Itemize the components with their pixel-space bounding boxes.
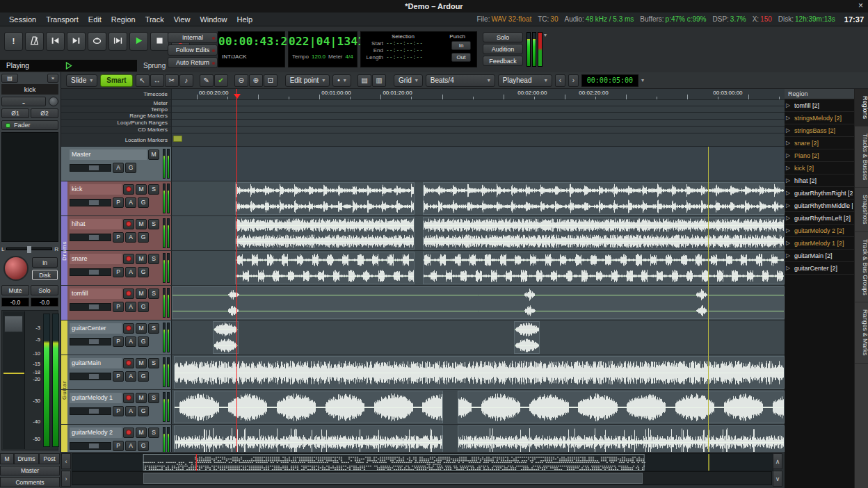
mute-button[interactable]: M [136, 323, 147, 334]
loop-button[interactable] [88, 32, 106, 51]
scroll-down-button[interactable]: ∨ [773, 471, 782, 487]
group-button[interactable]: G [138, 232, 149, 243]
track-name[interactable]: guitarMelody 1 [70, 393, 122, 403]
phase-1-button[interactable]: Ø1 [1, 108, 29, 118]
mute-button[interactable]: M [148, 149, 159, 160]
region-list-item[interactable]: ▷stringsBass [2] [785, 124, 854, 137]
solo-button[interactable]: S [148, 288, 159, 299]
chevron-down-icon[interactable]: ▾ [641, 77, 644, 83]
record-arm-button[interactable] [123, 323, 134, 334]
titlebar[interactable]: *Demo – Ardour × [0, 0, 868, 13]
record-arm-button[interactable] [123, 184, 134, 195]
automation-button[interactable]: A [113, 163, 124, 173]
audio-region[interactable] [235, 217, 415, 250]
edit-point-dropdown[interactable]: Edit point ▾ [285, 74, 330, 87]
mute-button[interactable]: Mute [1, 285, 29, 295]
object-tool-button[interactable]: ↖ [136, 74, 150, 87]
session-end-marker[interactable] [708, 147, 709, 452]
scrollbar-thumb[interactable] [143, 473, 643, 484]
track-header[interactable]: kickMSPAG [61, 181, 172, 215]
mute-button[interactable]: M [136, 393, 147, 403]
selection-row-value[interactable]: --:--:--:-- [386, 40, 423, 47]
expand-arrow-icon[interactable]: ▷ [786, 190, 792, 196]
strip-tab-m[interactable]: M [0, 453, 14, 464]
range-markers-lane[interactable] [172, 113, 785, 120]
meter-options-chevron-down-icon[interactable]: ▾ [544, 32, 547, 38]
feedback-button[interactable]: Feedback [483, 56, 523, 66]
tempo-lane[interactable] [172, 106, 785, 113]
region-list-item[interactable]: ▷kick [2] [785, 162, 854, 174]
draw-tool-button[interactable]: ✎ [200, 74, 214, 87]
record-arm-button[interactable] [123, 254, 134, 264]
scroll-up-button[interactable]: ∧ [773, 453, 782, 469]
record-arm-button[interactable] [123, 288, 134, 299]
audio-region[interactable] [458, 391, 785, 423]
playlist-button[interactable]: P [113, 406, 124, 416]
selection-row-value[interactable]: --:--:--:-- [386, 54, 423, 61]
playlist-button[interactable]: P [113, 441, 124, 451]
track-gain-fader[interactable] [70, 199, 111, 206]
fader-mode-dropdown[interactable]: Fader [1, 120, 58, 130]
automation-button[interactable]: A [125, 197, 136, 208]
scroll-left-button[interactable]: ‹ [61, 453, 71, 469]
track-lane[interactable] [172, 216, 785, 250]
solo-button[interactable]: S [148, 219, 159, 229]
track-gain-fader[interactable] [70, 442, 111, 450]
menu-view[interactable]: View [169, 15, 195, 24]
goto-end-button[interactable] [67, 32, 86, 51]
expand-arrow-icon[interactable]: ▷ [786, 202, 792, 209]
menu-window[interactable]: Window [195, 15, 232, 24]
track-gain-fader[interactable] [70, 407, 111, 415]
track-header[interactable]: tomfillMSPAG [61, 286, 172, 320]
window-close-button[interactable]: × [858, 1, 863, 10]
meter-lane[interactable] [172, 100, 785, 106]
strip-tab-drums[interactable]: Drums [14, 453, 39, 464]
region-list-item[interactable]: ▷guitarMelody 1 [2] [785, 237, 854, 250]
region-list-item[interactable]: ▷guitarMelody 2 [2] [785, 225, 854, 237]
track-lane[interactable] [172, 286, 785, 320]
track-gain-fader[interactable] [70, 164, 111, 172]
audio-region[interactable] [235, 182, 415, 215]
goto-start-button[interactable] [46, 32, 65, 51]
processor-box[interactable] [1, 132, 58, 242]
audio-region[interactable] [423, 217, 785, 250]
loop-punch-ranges-lane[interactable] [172, 120, 785, 127]
gain-fader[interactable] [3, 311, 25, 449]
strip-menu-button[interactable]: ▤ [1, 74, 18, 83]
solo-button[interactable]: S [148, 393, 159, 403]
expand-arrow-icon[interactable]: ▷ [786, 240, 792, 246]
session-start-marker[interactable] [173, 136, 182, 142]
track-lane[interactable] [172, 181, 785, 215]
secondary-clock[interactable]: 022|04|1341 Tempo 120.0 Meter 4/4 [288, 31, 357, 67]
region-list-item[interactable]: ▷guitarMain [2] [785, 250, 854, 262]
play-button[interactable] [129, 32, 148, 51]
group-button[interactable]: G [138, 197, 149, 208]
range-tool-button[interactable]: ↔ [150, 74, 164, 87]
sync-source-label[interactable]: INT/JACK [222, 54, 284, 60]
track-header[interactable]: guitarMainMSPAG [61, 355, 172, 389]
expand-arrow-icon[interactable]: ▷ [786, 227, 792, 234]
zoom-out-button[interactable]: ⊖ [234, 74, 248, 87]
comments-button[interactable]: Comments [0, 477, 60, 487]
automation-button[interactable]: A [125, 267, 136, 277]
track-lane[interactable] [172, 390, 785, 424]
solo-button[interactable]: S [148, 254, 159, 264]
playlist-button[interactable]: P [113, 371, 124, 382]
shuttle-mode-label[interactable]: Sprung [143, 62, 166, 70]
region-list-item[interactable]: ▷guitarRhythmRight [2] [785, 187, 854, 200]
region-list-item[interactable]: ▷hihat [2] [785, 174, 854, 187]
audio-region[interactable] [423, 252, 785, 284]
cut-tool-button[interactable]: ✂ [165, 74, 179, 87]
track-lane[interactable] [172, 147, 785, 181]
track-name[interactable]: guitarMelody 2 [70, 428, 122, 438]
expand-arrow-icon[interactable]: ▷ [786, 177, 792, 184]
nudge-clock[interactable]: 00:00:05:00 [581, 74, 638, 87]
menu-help[interactable]: Help [232, 15, 258, 24]
track-gain-fader[interactable] [70, 373, 111, 380]
stop-button[interactable] [150, 32, 169, 51]
grid-mode-dropdown[interactable]: Grid ▾ [394, 74, 423, 87]
track-header[interactable]: MasterMAG [61, 147, 172, 181]
tab-track-bus-groups[interactable]: Track & Bus Groups [855, 232, 868, 303]
track-header[interactable]: snareMSPAG [61, 251, 172, 285]
punch-out-button[interactable]: Out [451, 53, 471, 62]
